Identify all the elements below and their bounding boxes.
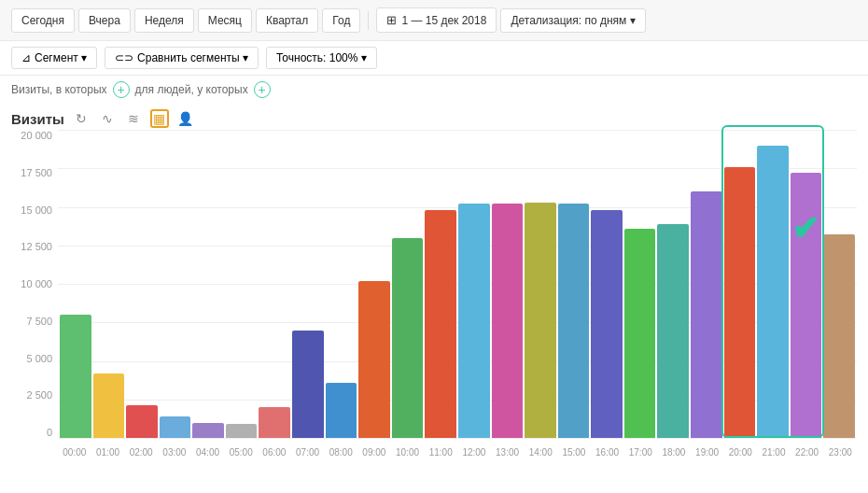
compare-icon: ⊂⊃: [115, 51, 133, 64]
bar: [226, 424, 258, 438]
x-label: 16:00: [591, 447, 624, 458]
x-label: 12:00: [457, 447, 491, 458]
x-label: 10:00: [391, 447, 425, 458]
y-axis: 20 00017 50015 00012 50010 0007 5005 000…: [11, 130, 58, 438]
bar: [492, 204, 524, 438]
chart-area: 20 00017 50015 00012 50010 0007 5005 000…: [11, 130, 857, 466]
top-bar: Сегодня Вчера Неделя Месяц Квартал Год ⊞…: [0, 0, 868, 41]
bar-wrapper[interactable]: [791, 130, 822, 438]
today-btn[interactable]: Сегодня: [11, 8, 75, 33]
x-label: 17:00: [623, 447, 657, 458]
chart-section: Визиты ↻ ∿ ≋ ▦ 👤 20 00017 50015 00012 50…: [0, 104, 868, 466]
x-label: 04:00: [191, 447, 225, 458]
compare-btn[interactable]: ⊂⊃ Сравнить сегменты ▾: [105, 47, 259, 69]
bar-wrapper[interactable]: [326, 130, 357, 438]
bar-wrapper[interactable]: [292, 130, 324, 438]
bar-wrapper[interactable]: [392, 130, 424, 438]
bar: [192, 423, 224, 439]
checkmark-icon: ✔: [791, 209, 819, 248]
add-people-condition-btn[interactable]: +: [254, 81, 271, 98]
area-chart-icon[interactable]: ≋: [124, 109, 143, 128]
x-label: 21:00: [757, 447, 791, 458]
x-label: 09:00: [357, 447, 391, 458]
bar-wrapper[interactable]: [657, 130, 689, 438]
x-label: 08:00: [324, 447, 357, 458]
month-btn[interactable]: Месяц: [198, 8, 252, 33]
bar-wrapper[interactable]: [624, 130, 656, 438]
bar-wrapper[interactable]: [226, 130, 258, 438]
condition-prefix: Визиты, в которых: [11, 83, 107, 96]
bar-wrapper[interactable]: [492, 130, 524, 438]
y-label: 7 500: [26, 316, 52, 327]
second-bar: ⊿ Сегмент ▾ ⊂⊃ Сравнить сегменты ▾ Точно…: [0, 41, 868, 76]
bar-wrapper[interactable]: [160, 130, 191, 438]
bar-wrapper[interactable]: [358, 130, 390, 438]
bar: [458, 204, 490, 438]
quarter-btn[interactable]: Квартал: [256, 8, 318, 33]
granularity-btn[interactable]: Детализация: по дням ▾: [500, 8, 645, 33]
x-axis: 00:0001:0002:0003:0004:0005:0006:0007:00…: [58, 438, 857, 466]
x-label: 05:00: [224, 447, 258, 458]
y-label: 20 000: [21, 130, 52, 141]
bar-wrapper[interactable]: [823, 130, 855, 438]
bar: [425, 210, 456, 438]
y-label: 2 500: [26, 389, 52, 401]
x-label: 20:00: [723, 447, 757, 458]
bar-wrapper[interactable]: [93, 130, 125, 438]
bar: [558, 204, 590, 438]
date-range-btn[interactable]: ⊞ 1 — 15 дек 2018: [376, 7, 497, 33]
chart-inner: [58, 130, 857, 438]
bar-wrapper[interactable]: [126, 130, 158, 438]
y-label: 15 000: [21, 204, 52, 216]
bar-wrapper[interactable]: [60, 130, 91, 438]
bar-wrapper[interactable]: [525, 130, 556, 438]
segment-label: Сегмент ▾: [35, 51, 87, 64]
y-label: 5 000: [26, 353, 52, 364]
week-btn[interactable]: Неделя: [134, 8, 194, 33]
refresh-icon[interactable]: ↻: [72, 109, 91, 128]
x-label: 23:00: [823, 447, 857, 458]
condition-bar: Визиты, в которых + для людей, у которых…: [0, 76, 868, 104]
x-label: 06:00: [258, 447, 291, 458]
bar: [358, 281, 390, 438]
bar: [591, 210, 623, 438]
bar: [624, 229, 656, 438]
bar-wrapper[interactable]: [558, 130, 590, 438]
y-label: 12 500: [21, 241, 52, 252]
year-btn[interactable]: Год: [322, 8, 360, 33]
bar-wrapper[interactable]: [691, 130, 722, 438]
add-visit-condition-btn[interactable]: +: [113, 81, 130, 98]
filter-icon: ⊿: [21, 51, 31, 64]
bar: [126, 405, 158, 438]
x-label: 13:00: [491, 447, 525, 458]
bar-wrapper[interactable]: [425, 130, 456, 438]
bar: [93, 373, 125, 438]
condition-connector: для людей, у которых: [135, 83, 248, 96]
bar: [60, 315, 91, 438]
y-label: 17 500: [21, 167, 52, 178]
bar-wrapper[interactable]: [458, 130, 490, 438]
chart-title: Визиты: [11, 111, 64, 127]
bar: [392, 238, 424, 439]
yesterday-btn[interactable]: Вчера: [78, 8, 131, 33]
x-label: 00:00: [58, 447, 91, 458]
bar-chart-icon[interactable]: ▦: [150, 109, 169, 128]
bar-wrapper[interactable]: [259, 130, 290, 438]
bar-wrapper[interactable]: [591, 130, 623, 438]
bar: [525, 203, 556, 438]
bar-wrapper[interactable]: [757, 130, 789, 438]
bar-wrapper[interactable]: [192, 130, 224, 438]
bar: [326, 383, 357, 438]
bar: [757, 146, 789, 439]
segment-btn[interactable]: ⊿ Сегмент ▾: [11, 47, 97, 69]
accuracy-btn[interactable]: Точность: 100% ▾: [266, 47, 377, 69]
separator: [368, 11, 369, 30]
x-label: 03:00: [158, 447, 191, 458]
x-label: 22:00: [791, 447, 824, 458]
bar: [823, 234, 855, 438]
x-label: 11:00: [424, 447, 457, 458]
person-icon[interactable]: 👤: [176, 109, 195, 128]
line-chart-icon[interactable]: ∿: [98, 109, 117, 128]
bars-container: [58, 130, 857, 438]
bar-wrapper[interactable]: [724, 130, 756, 438]
